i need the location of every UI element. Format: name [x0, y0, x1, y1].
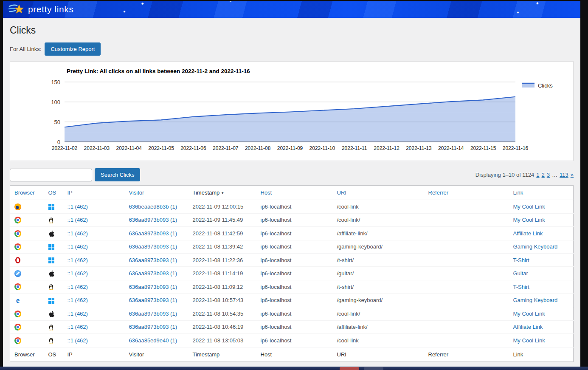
table-row: ::1 (462)636aa8973b093 (1)2022-11-08 11:… [10, 240, 574, 254]
pretty-link-link[interactable]: Gaming Keyboard [513, 243, 558, 250]
page-link-next[interactable]: » [571, 172, 574, 178]
windows-icon [48, 257, 54, 263]
ip-link[interactable]: ::1 (462) [68, 324, 88, 330]
uri-cell: /t-shirt/ [333, 280, 424, 294]
table-row: ::1 (462)636aa8973b093 (1)2022-11-08 10:… [10, 307, 574, 321]
ip-link[interactable]: ::1 (462) [68, 311, 88, 317]
timestamp-cell: 2022-11-08 10:54:35 [188, 307, 256, 321]
referrer-cell [424, 227, 509, 240]
search-clicks-input[interactable] [10, 169, 92, 181]
timestamp-cell: 2022-11-08 10:46:19 [188, 320, 256, 334]
svg-text:2022-11-07: 2022-11-07 [213, 145, 239, 151]
svg-text:2022-11-14: 2022-11-14 [438, 145, 464, 151]
visitor-link[interactable]: 636aa8973b093 (1) [129, 324, 177, 330]
ip-link[interactable]: ::1 (462) [68, 217, 88, 223]
referrer-cell [424, 334, 509, 347]
pretty-link-link[interactable]: Guitar [513, 270, 528, 277]
timestamp-cell: 2022-11-08 11:22:36 [188, 254, 256, 267]
table-row: ::1 (462)636aa8973b093 (1)2022-11-08 11:… [10, 280, 574, 294]
visitor-link[interactable]: 636aa8973b093 (1) [129, 243, 177, 250]
visitor-link[interactable]: 636aa8973b093 (1) [129, 257, 177, 263]
pretty-link-link[interactable]: T-Shirt [513, 284, 529, 290]
ip-link[interactable]: ::1 (462) [68, 297, 88, 303]
table-header-row: Browser OS IP Visitor Timestamp▼ Host UR… [10, 186, 574, 200]
visitor-link[interactable]: 636aa8973b093 (1) [129, 297, 177, 303]
ip-link[interactable]: ::1 (462) [68, 243, 88, 250]
pretty-link-link[interactable]: Affiliate Link [513, 230, 543, 237]
column-header-visitor[interactable]: Visitor [129, 189, 144, 196]
uri-cell: /affiliate-link/ [333, 227, 424, 240]
visitor-link[interactable]: 636beaaed8b3b (1) [129, 203, 177, 210]
clicks-chart-panel: 0501001502022-11-022022-11-032022-11-042… [10, 61, 574, 161]
pretty-link-link[interactable]: My Cool Link [513, 203, 545, 210]
background-window-strip [0, 367, 588, 370]
page-link-1[interactable]: 1 [536, 172, 539, 178]
column-header-link[interactable]: Link [513, 189, 523, 196]
column-header-os[interactable]: OS [48, 189, 56, 196]
page-link-last[interactable]: 113 [560, 172, 568, 178]
footer-header-ip: IP [63, 347, 125, 362]
referrer-cell [424, 200, 509, 214]
sparkle-icon: ✦ [229, 1, 232, 3]
browser-cell [10, 307, 44, 321]
ip-link[interactable]: ::1 (462) [68, 203, 88, 210]
firefox-icon [14, 203, 21, 210]
visitor-link[interactable]: 636aa8973b093 (1) [129, 284, 177, 290]
column-header-browser[interactable]: Browser [14, 189, 35, 196]
ip-link[interactable]: ::1 (462) [68, 284, 88, 290]
host-cell: ip6-localhost [256, 267, 333, 280]
pretty-link-link[interactable]: My Cool Link [513, 311, 545, 317]
browser-cell [10, 254, 44, 267]
page-link-2[interactable]: 2 [542, 172, 545, 178]
search-box: Search Clicks [10, 168, 140, 181]
pagination-ellipsis: … [552, 172, 557, 178]
ip-link[interactable]: ::1 (462) [68, 230, 88, 237]
column-header-uri[interactable]: URI [337, 189, 346, 196]
uri-cell: /cool-link [333, 200, 424, 214]
chrome-icon [14, 283, 21, 290]
os-cell [44, 254, 63, 267]
clicks-table: Browser OS IP Visitor Timestamp▼ Host UR… [10, 185, 574, 362]
column-header-host[interactable]: Host [261, 189, 272, 196]
host-cell: ip6-localhost [256, 280, 333, 294]
pretty-link-link[interactable]: Affiliate Link [513, 324, 543, 330]
pretty-link-link[interactable]: Gaming Keyboard [513, 297, 558, 303]
table-row: ::1 (462)636aa8973b093 (1)2022-11-08 11:… [10, 227, 574, 240]
footer-header-uri: URI [333, 347, 424, 362]
svg-text:2022-11-03: 2022-11-03 [84, 145, 110, 151]
page-link-3[interactable]: 3 [547, 172, 550, 178]
ip-link[interactable]: ::1 (462) [68, 337, 88, 344]
chrome-icon [14, 230, 21, 237]
customize-report-button[interactable]: Customize Report [45, 42, 101, 56]
ip-link[interactable]: ::1 (462) [68, 257, 88, 263]
pagination-info: Displaying 1–10 of 1124 [475, 172, 535, 178]
visitor-link[interactable]: 636aa8973b093 (1) [129, 270, 177, 277]
visitor-link[interactable]: 636aa8973b093 (1) [129, 230, 177, 237]
host-cell: ip6-localhost [256, 307, 333, 321]
pretty-link-link[interactable]: My Cool Link [513, 337, 545, 344]
visitor-link[interactable]: 636aa8973b093 (1) [129, 217, 177, 223]
column-header-ip[interactable]: IP [68, 189, 73, 196]
host-cell: ip6-localhost [256, 240, 333, 254]
svg-text:150: 150 [51, 79, 60, 85]
column-header-referrer[interactable]: Referrer [428, 189, 449, 196]
os-cell [44, 307, 63, 321]
table-row: ::1 (462)636aa8973b093 (1)2022-11-08 11:… [10, 267, 574, 280]
host-cell: ip6-localhost [256, 254, 333, 267]
visitor-link[interactable]: 636aa85ed9e40 (1) [129, 337, 177, 344]
search-clicks-button[interactable]: Search Clicks [95, 168, 140, 181]
pretty-link-link[interactable]: T-Shirt [513, 257, 529, 263]
svg-text:2022-11-04: 2022-11-04 [116, 145, 142, 151]
visitor-link[interactable]: 636aa8973b093 (1) [129, 311, 177, 317]
uri-cell: /t-shirt/ [333, 254, 424, 267]
column-header-timestamp[interactable]: Timestamp▼ [188, 186, 256, 200]
ip-link[interactable]: ::1 (462) [68, 270, 88, 277]
uri-cell: /cool-link [333, 334, 424, 347]
pretty-link-link[interactable]: My Cool Link [513, 217, 545, 223]
svg-text:2022-11-15: 2022-11-15 [470, 145, 496, 151]
svg-text:2022-11-02: 2022-11-02 [52, 145, 78, 151]
chrome-icon [14, 311, 21, 317]
linux-icon [48, 217, 54, 223]
browser-cell [10, 213, 44, 227]
linux-icon [48, 324, 54, 330]
